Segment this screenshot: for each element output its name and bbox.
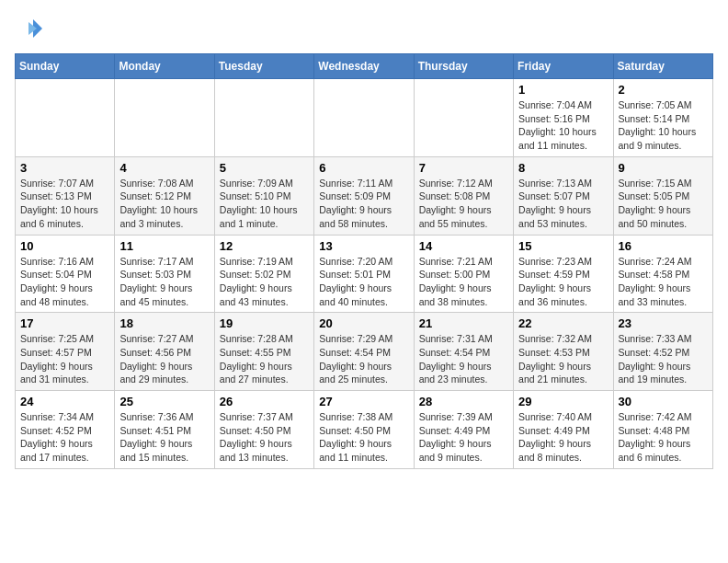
day-number: 21	[419, 316, 508, 330]
day-number: 18	[119, 316, 209, 330]
day-cell: 1Sunrise: 7:04 AM Sunset: 5:16 PM Daylig…	[514, 79, 613, 157]
day-cell: 10Sunrise: 7:16 AM Sunset: 5:04 PM Dayli…	[16, 235, 115, 313]
day-info: Sunrise: 7:32 AM Sunset: 4:53 PM Dayligh…	[518, 332, 608, 386]
day-info: Sunrise: 7:33 AM Sunset: 4:52 PM Dayligh…	[619, 332, 708, 386]
weekday-header-friday: Friday	[514, 54, 613, 79]
weekday-header-tuesday: Tuesday	[214, 54, 313, 79]
day-info: Sunrise: 7:16 AM Sunset: 5:04 PM Dayligh…	[20, 255, 109, 309]
day-cell: 12Sunrise: 7:19 AM Sunset: 5:02 PM Dayli…	[214, 235, 313, 313]
week-row-4: 17Sunrise: 7:25 AM Sunset: 4:57 PM Dayli…	[16, 313, 713, 391]
day-cell	[115, 79, 214, 157]
day-info: Sunrise: 7:28 AM Sunset: 4:55 PM Dayligh…	[220, 332, 309, 386]
day-number: 13	[319, 239, 408, 253]
day-cell: 15Sunrise: 7:23 AM Sunset: 4:59 PM Dayli…	[514, 235, 613, 313]
day-info: Sunrise: 7:05 AM Sunset: 5:14 PM Dayligh…	[619, 98, 708, 153]
day-cell: 7Sunrise: 7:12 AM Sunset: 5:08 PM Daylig…	[414, 156, 513, 235]
day-cell: 4Sunrise: 7:08 AM Sunset: 5:12 PM Daylig…	[115, 156, 214, 235]
day-number: 17	[20, 316, 109, 330]
day-number: 11	[119, 239, 209, 253]
day-cell: 16Sunrise: 7:24 AM Sunset: 4:58 PM Dayli…	[613, 235, 712, 313]
day-info: Sunrise: 7:37 AM Sunset: 4:50 PM Dayligh…	[220, 410, 309, 465]
day-info: Sunrise: 7:11 AM Sunset: 5:09 PM Dayligh…	[319, 177, 408, 231]
day-info: Sunrise: 7:38 AM Sunset: 4:50 PM Dayligh…	[319, 410, 408, 465]
day-number: 28	[419, 395, 508, 408]
calendar-table: SundayMondayTuesdayWednesdayThursdayFrid…	[15, 53, 713, 469]
day-cell: 2Sunrise: 7:05 AM Sunset: 5:14 PM Daylig…	[613, 79, 712, 157]
day-number: 27	[319, 395, 408, 408]
day-info: Sunrise: 7:15 AM Sunset: 5:05 PM Dayligh…	[619, 177, 708, 231]
day-cell	[16, 79, 115, 157]
day-number: 29	[518, 395, 608, 408]
day-info: Sunrise: 7:04 AM Sunset: 5:16 PM Dayligh…	[518, 98, 608, 153]
weekday-header-row: SundayMondayTuesdayWednesdayThursdayFrid…	[16, 54, 713, 79]
day-cell: 6Sunrise: 7:11 AM Sunset: 5:09 PM Daylig…	[314, 156, 414, 235]
day-info: Sunrise: 7:12 AM Sunset: 5:08 PM Dayligh…	[419, 177, 508, 231]
day-cell: 18Sunrise: 7:27 AM Sunset: 4:56 PM Dayli…	[115, 313, 214, 391]
day-number: 23	[619, 316, 708, 330]
day-number: 22	[518, 316, 608, 330]
day-number: 12	[220, 239, 309, 253]
day-number: 6	[319, 161, 408, 175]
logo-icon	[15, 15, 42, 42]
day-info: Sunrise: 7:29 AM Sunset: 4:54 PM Dayligh…	[319, 332, 408, 386]
day-number: 30	[619, 395, 708, 408]
weekday-header-thursday: Thursday	[414, 54, 513, 79]
day-number: 1	[518, 83, 608, 97]
day-info: Sunrise: 7:13 AM Sunset: 5:07 PM Dayligh…	[518, 177, 608, 231]
header	[15, 15, 713, 42]
day-number: 9	[619, 161, 708, 175]
day-cell: 17Sunrise: 7:25 AM Sunset: 4:57 PM Dayli…	[16, 313, 115, 391]
day-cell	[314, 79, 414, 157]
day-cell: 27Sunrise: 7:38 AM Sunset: 4:50 PM Dayli…	[314, 391, 414, 469]
day-number: 4	[119, 161, 209, 175]
day-cell: 28Sunrise: 7:39 AM Sunset: 4:49 PM Dayli…	[414, 391, 513, 469]
day-cell: 30Sunrise: 7:42 AM Sunset: 4:48 PM Dayli…	[613, 391, 712, 469]
day-cell: 8Sunrise: 7:13 AM Sunset: 5:07 PM Daylig…	[514, 156, 613, 235]
day-info: Sunrise: 7:17 AM Sunset: 5:03 PM Dayligh…	[119, 255, 209, 309]
day-number: 15	[518, 239, 608, 253]
day-number: 7	[419, 161, 508, 175]
day-cell: 21Sunrise: 7:31 AM Sunset: 4:54 PM Dayli…	[414, 313, 513, 391]
day-cell: 24Sunrise: 7:34 AM Sunset: 4:52 PM Dayli…	[16, 391, 115, 469]
day-cell: 25Sunrise: 7:36 AM Sunset: 4:51 PM Dayli…	[115, 391, 214, 469]
day-number: 14	[419, 239, 508, 253]
day-cell	[214, 79, 313, 157]
day-info: Sunrise: 7:07 AM Sunset: 5:13 PM Dayligh…	[20, 177, 109, 231]
day-number: 2	[619, 83, 708, 97]
day-info: Sunrise: 7:21 AM Sunset: 5:00 PM Dayligh…	[419, 255, 508, 309]
day-cell: 3Sunrise: 7:07 AM Sunset: 5:13 PM Daylig…	[16, 156, 115, 235]
day-cell: 9Sunrise: 7:15 AM Sunset: 5:05 PM Daylig…	[613, 156, 712, 235]
day-cell: 5Sunrise: 7:09 AM Sunset: 5:10 PM Daylig…	[214, 156, 313, 235]
day-number: 25	[119, 395, 209, 408]
day-info: Sunrise: 7:39 AM Sunset: 4:49 PM Dayligh…	[419, 410, 508, 465]
weekday-header-monday: Monday	[115, 54, 214, 79]
day-number: 10	[20, 239, 109, 253]
day-info: Sunrise: 7:27 AM Sunset: 4:56 PM Dayligh…	[119, 332, 209, 386]
day-info: Sunrise: 7:20 AM Sunset: 5:01 PM Dayligh…	[319, 255, 408, 309]
day-cell: 13Sunrise: 7:20 AM Sunset: 5:01 PM Dayli…	[314, 235, 414, 313]
day-info: Sunrise: 7:31 AM Sunset: 4:54 PM Dayligh…	[419, 332, 508, 386]
week-row-3: 10Sunrise: 7:16 AM Sunset: 5:04 PM Dayli…	[16, 235, 713, 313]
day-cell: 29Sunrise: 7:40 AM Sunset: 4:49 PM Dayli…	[514, 391, 613, 469]
day-number: 26	[220, 395, 309, 408]
day-info: Sunrise: 7:25 AM Sunset: 4:57 PM Dayligh…	[20, 332, 109, 386]
logo	[15, 15, 46, 42]
day-cell: 19Sunrise: 7:28 AM Sunset: 4:55 PM Dayli…	[214, 313, 313, 391]
weekday-header-wednesday: Wednesday	[314, 54, 414, 79]
day-info: Sunrise: 7:36 AM Sunset: 4:51 PM Dayligh…	[119, 410, 209, 465]
day-number: 24	[20, 395, 109, 408]
day-info: Sunrise: 7:09 AM Sunset: 5:10 PM Dayligh…	[220, 177, 309, 231]
day-info: Sunrise: 7:40 AM Sunset: 4:49 PM Dayligh…	[518, 410, 608, 465]
day-cell: 26Sunrise: 7:37 AM Sunset: 4:50 PM Dayli…	[214, 391, 313, 469]
day-number: 5	[220, 161, 309, 175]
day-info: Sunrise: 7:34 AM Sunset: 4:52 PM Dayligh…	[20, 410, 109, 465]
week-row-2: 3Sunrise: 7:07 AM Sunset: 5:13 PM Daylig…	[16, 156, 713, 235]
weekday-header-saturday: Saturday	[613, 54, 712, 79]
day-info: Sunrise: 7:08 AM Sunset: 5:12 PM Dayligh…	[119, 177, 209, 231]
week-row-1: 1Sunrise: 7:04 AM Sunset: 5:16 PM Daylig…	[16, 79, 713, 157]
day-number: 19	[220, 316, 309, 330]
day-number: 20	[319, 316, 408, 330]
weekday-header-sunday: Sunday	[16, 54, 115, 79]
day-number: 3	[20, 161, 109, 175]
day-info: Sunrise: 7:42 AM Sunset: 4:48 PM Dayligh…	[619, 410, 708, 465]
